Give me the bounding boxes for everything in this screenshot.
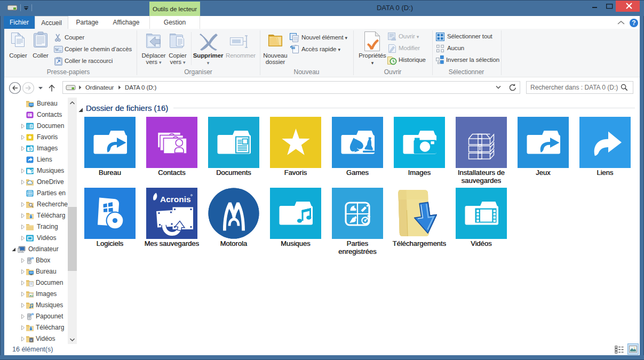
svg-text:W: W	[55, 47, 59, 52]
svg-text:?: ?	[632, 19, 635, 27]
